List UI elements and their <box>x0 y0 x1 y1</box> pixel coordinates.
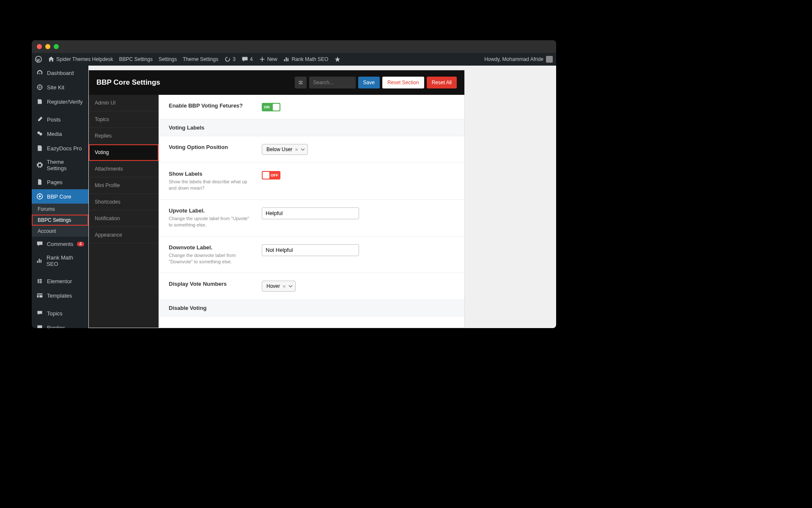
settings-panel: Enable BBP Voting Fetures? ON Voting Lab… <box>159 95 464 328</box>
clear-icon[interactable]: × <box>283 283 286 290</box>
tab-appearance[interactable]: Appearance <box>89 227 159 243</box>
downvote-label-label: Downvote Label. <box>169 244 253 251</box>
nav-templates[interactable]: Templates <box>32 288 88 303</box>
tab-shortcodes[interactable]: Shortcodes <box>89 194 159 210</box>
nav-eazydocs[interactable]: EazyDocs Pro <box>32 141 88 155</box>
adminbar-bbpc-settings[interactable]: BBPC Settings <box>119 56 153 62</box>
upvote-label-label: Upvote Label. <box>169 207 253 214</box>
wp-admin-bar: Spider Themes Helpdesk BBPC Settings Set… <box>32 53 556 66</box>
expand-icon-button[interactable] <box>295 77 307 88</box>
section-voting-labels: Voting Labels <box>159 119 464 136</box>
search-input[interactable] <box>309 77 356 88</box>
avatar <box>546 56 553 63</box>
settings-header: BBP Core Settings Save Reset Section Res… <box>89 70 464 95</box>
comments-count-badge: 4 <box>77 242 84 246</box>
adminbar-theme-settings[interactable]: Theme Settings <box>183 56 218 62</box>
nav-topics[interactable]: Topics <box>32 306 88 320</box>
save-button[interactable]: Save <box>358 77 380 88</box>
nav-dashboard[interactable]: Dashboard <box>32 66 88 80</box>
downvote-label-desc: Change the downvote label from "Downvote… <box>169 252 253 265</box>
enable-voting-label: Enable BBP Voting Fetures? <box>169 102 253 109</box>
reset-section-button[interactable]: Reset Section <box>382 77 424 88</box>
tab-attachments[interactable]: Attachments <box>89 161 159 177</box>
display-vote-numbers-label: Display Vote Numbers <box>169 281 253 287</box>
tab-notification[interactable]: Notification <box>89 210 159 227</box>
nav-bbpcore-settings[interactable]: BBPC Settings <box>32 215 88 226</box>
show-labels-label: Show Labels <box>169 171 253 177</box>
page-title: BBP Core Settings <box>96 78 160 87</box>
window-minimize-dot[interactable] <box>45 44 50 49</box>
chevron-down-icon <box>288 284 293 288</box>
content-area: BBP Core Settings Save Reset Section Res… <box>88 66 556 328</box>
adminbar-settings[interactable]: Settings <box>159 56 177 62</box>
site-name[interactable]: Spider Themes Helpdesk <box>48 56 113 63</box>
clear-icon[interactable]: × <box>295 146 298 153</box>
upvote-label-input[interactable] <box>262 207 359 219</box>
window-zoom-dot[interactable] <box>54 44 59 49</box>
tab-voting[interactable]: Voting <box>89 144 159 161</box>
nav-media[interactable]: Media <box>32 127 88 141</box>
tab-admin-ui[interactable]: Admin UI <box>89 95 159 111</box>
nav-replies[interactable]: Replies <box>32 320 88 328</box>
svg-point-0 <box>36 56 41 62</box>
tab-mini-profile[interactable]: Mini Profile <box>89 177 159 194</box>
reset-all-button[interactable]: Reset All <box>427 77 457 88</box>
nav-posts[interactable]: Posts <box>32 112 88 127</box>
window-close-dot[interactable] <box>37 44 42 49</box>
nav-bbpcore[interactable]: BBP Core <box>32 189 88 204</box>
tab-topics[interactable]: Topics <box>89 111 159 128</box>
show-labels-desc: Show the labels that describe what up an… <box>169 179 253 192</box>
adminbar-extra-icon[interactable] <box>334 56 341 63</box>
adminbar-new[interactable]: New <box>259 56 277 63</box>
titlebar <box>32 40 556 53</box>
admin-menu: Dashboard Site Kit Register/Verify Posts… <box>32 66 88 328</box>
svg-point-3 <box>39 196 41 198</box>
nav-register[interactable]: Register/Verify <box>32 94 88 109</box>
adminbar-account[interactable]: Howdy, Mohammad Afride <box>484 56 553 63</box>
nav-theme-settings[interactable]: Theme Settings <box>32 155 88 175</box>
nav-bbpcore-forums[interactable]: Forums <box>32 204 88 215</box>
adminbar-rankmath[interactable]: Rank Math SEO <box>283 56 329 63</box>
chevron-down-icon <box>301 147 305 152</box>
nav-rankmath[interactable]: Rank Math SEO <box>32 251 88 271</box>
adminbar-updates[interactable]: 3 <box>224 56 236 63</box>
nav-comments[interactable]: Comments4 <box>32 237 88 251</box>
tab-replies[interactable]: Replies <box>89 128 159 144</box>
voting-position-select[interactable]: Below User × <box>262 144 308 155</box>
nav-sitekit[interactable]: Site Kit <box>32 80 88 94</box>
nav-pages[interactable]: Pages <box>32 175 88 189</box>
adminbar-comments[interactable]: 4 <box>241 56 253 63</box>
show-labels-toggle[interactable]: OFF <box>262 171 280 179</box>
nav-bbpcore-account[interactable]: Account <box>32 226 88 237</box>
enable-voting-toggle[interactable]: ON <box>262 103 280 111</box>
app-window: Spider Themes Helpdesk BBPC Settings Set… <box>32 40 556 328</box>
wp-logo[interactable] <box>35 56 42 63</box>
display-vote-numbers-select[interactable]: Hover × <box>262 281 296 292</box>
section-disable-voting: Disable Voting <box>159 300 464 317</box>
downvote-label-input[interactable] <box>262 244 359 256</box>
upvote-label-desc: Change the upvote label from "Upvote" to… <box>169 215 253 229</box>
voting-position-label: Voting Option Position <box>169 144 253 150</box>
settings-tabs: Admin UI Topics Replies Voting Attachmen… <box>89 95 159 328</box>
nav-elementor[interactable]: Elementor <box>32 274 88 288</box>
